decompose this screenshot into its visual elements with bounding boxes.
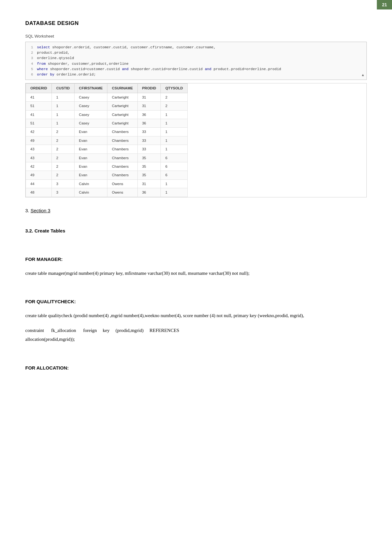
table-cell: 43 <box>26 154 52 162</box>
table-cell: 2 <box>52 171 75 179</box>
table-cell: 1 <box>52 93 75 101</box>
constraint-text: constraint fk_allocation foreign key (pr… <box>25 328 179 333</box>
sql-line-1: 1 select shoporder.orderid, customer.cus… <box>29 45 363 50</box>
sql-line-4: 4 from shoporder, customer,product,order… <box>29 61 363 66</box>
for-qualitycheck-para1: create table qualitycheck (prodid number… <box>25 311 367 320</box>
table-cell: 41 <box>26 93 52 101</box>
table-cell: 35 <box>137 162 161 171</box>
table-cell: Owens <box>107 179 137 188</box>
table-cell: 2 <box>161 93 188 101</box>
line-num-3: 3 <box>29 55 33 61</box>
sql-line-3: 3 orderline.qtysold <box>29 55 363 61</box>
table-cell: 33 <box>137 128 161 136</box>
table-cell: 41 <box>26 110 52 119</box>
table-cell: 3 <box>52 188 75 197</box>
col-csurname: CSURNAME <box>107 84 137 93</box>
table-cell: 36 <box>137 110 161 119</box>
table-cell: 31 <box>137 179 161 188</box>
results-table-container: ORDERID CUSTID CFIRSTNAME CSURNAME PRODI… <box>25 83 367 197</box>
table-cell: Chambers <box>107 162 137 171</box>
table-cell: 6 <box>161 154 188 162</box>
table-cell: 51 <box>26 119 52 128</box>
table-cell: 36 <box>137 119 161 128</box>
table-cell: 31 <box>137 102 161 110</box>
table-cell: 1 <box>161 188 188 197</box>
table-cell: Evan <box>74 154 107 162</box>
for-allocation-label: FOR ALLOCATION: <box>25 364 367 372</box>
table-cell: Evan <box>74 162 107 171</box>
line-text-1: select shoporder.orderid, customer.custi… <box>37 45 216 50</box>
table-cell: 48 <box>26 188 52 197</box>
col-prodid: PRODID <box>137 84 161 93</box>
table-cell: 6 <box>161 171 188 179</box>
table-row: 411CaseyCartwright312 <box>26 93 188 101</box>
table-cell: Casey <box>74 110 107 119</box>
line-num-2: 2 <box>29 50 33 55</box>
sql-worksheet-label: SQL Worksheet <box>25 33 367 40</box>
table-cell: 2 <box>52 136 75 145</box>
table-cell: Calvin <box>74 179 107 188</box>
table-cell: 1 <box>161 119 188 128</box>
section3-heading: 3. Section 3 <box>25 207 367 214</box>
table-row: 511CaseyCartwright361 <box>26 119 188 128</box>
table-cell: Cartwright <box>107 102 137 110</box>
page-container: 21 DATABASE DESIGN SQL Worksheet 1 selec… <box>0 0 392 554</box>
table-cell: Calvin <box>74 188 107 197</box>
line-text-3: orderline.qtysold <box>37 55 74 61</box>
table-cell: 49 <box>26 136 52 145</box>
table-cell: Cartwright <box>107 110 137 119</box>
table-cell: 35 <box>137 154 161 162</box>
table-cell: Casey <box>74 102 107 110</box>
section3-link[interactable]: Section 3 <box>31 208 51 213</box>
table-row: 411CaseyCartwright361 <box>26 110 188 119</box>
table-cell: Evan <box>74 171 107 179</box>
table-cell: 2 <box>52 154 75 162</box>
table-cell: 1 <box>52 110 75 119</box>
table-cell: 42 <box>26 162 52 171</box>
for-manager-para: create table manager(mgrid number(4) pri… <box>25 269 367 278</box>
table-cell: Casey <box>74 119 107 128</box>
for-qualitycheck-para2: constraint fk_allocation foreign key (pr… <box>25 326 367 344</box>
table-cell: 1 <box>161 179 188 188</box>
table-cell: Chambers <box>107 136 137 145</box>
table-cell: 33 <box>137 136 161 145</box>
results-table: ORDERID CUSTID CFIRSTNAME CSURNAME PRODI… <box>26 83 188 197</box>
line-num-1: 1 <box>29 45 33 50</box>
table-cell: 51 <box>26 102 52 110</box>
table-cell: 44 <box>26 179 52 188</box>
table-cell: 33 <box>137 145 161 154</box>
table-cell: Chambers <box>107 145 137 154</box>
line-num-6: 6 <box>29 72 33 77</box>
table-cell: 1 <box>52 102 75 110</box>
section32-heading: 3.2. Create Tables <box>25 227 367 235</box>
table-row: 492EvanChambers356 <box>26 171 188 179</box>
sql-line-6: 6 order by orderline.orderid; <box>29 72 363 77</box>
for-manager-label: FOR MANAGER: <box>25 256 367 263</box>
scroll-indicator: ▲ <box>362 73 364 78</box>
table-cell: 43 <box>26 145 52 154</box>
table-row: 422EvanChambers331 <box>26 128 188 136</box>
table-cell: 1 <box>161 145 188 154</box>
table-cell: 2 <box>52 145 75 154</box>
table-cell: Casey <box>74 93 107 101</box>
table-row: 511CaseyCartwright312 <box>26 102 188 110</box>
table-row: 422EvanChambers356 <box>26 162 188 171</box>
for-qualitycheck-label: FOR QUALITYCHECK: <box>25 298 367 305</box>
table-row: 483CalvinOwens361 <box>26 188 188 197</box>
line-text-2: product.prodid, <box>37 50 70 55</box>
table-row: 443CalvinOwens311 <box>26 179 188 188</box>
page-number: 21 <box>377 0 392 9</box>
col-cfirstname: CFIRSTNAME <box>74 84 107 93</box>
section32-prefix: 3.2. <box>25 228 33 233</box>
table-cell: Chambers <box>107 128 137 136</box>
table-cell: Evan <box>74 128 107 136</box>
table-cell: 42 <box>26 128 52 136</box>
table-cell: 1 <box>52 119 75 128</box>
table-cell: 49 <box>26 171 52 179</box>
line-num-5: 5 <box>29 66 33 72</box>
col-custid: CUSTID <box>52 84 75 93</box>
table-cell: 35 <box>137 171 161 179</box>
table-cell: 3 <box>52 179 75 188</box>
line-text-6: order by orderline.orderid; <box>37 72 96 77</box>
col-orderid: ORDERID <box>26 84 52 93</box>
